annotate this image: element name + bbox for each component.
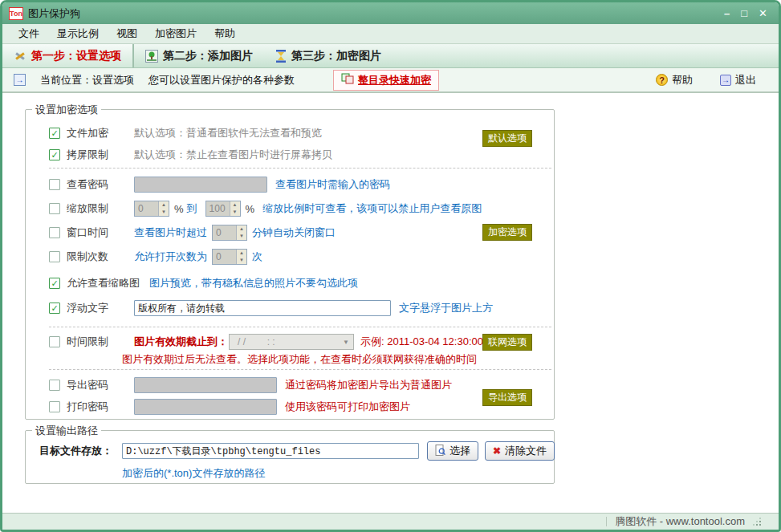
export-password-desc: 通过密码将加密图片导出为普通图片 [285, 378, 452, 392]
target-path-row: 目标文件存放： 选择 ✖ 清除文件 [39, 441, 561, 461]
zoom-from-spinner[interactable]: 0 ▲▼ [134, 201, 169, 217]
menu-display-scale[interactable]: 显示比例 [49, 24, 107, 43]
spin-up-icon[interactable]: ▲ [230, 201, 240, 209]
help-button[interactable]: ? 帮助 [656, 73, 693, 87]
step-1-label: 第一步：设置选项 [31, 49, 121, 63]
spinner-arrows[interactable]: ▲▼ [158, 201, 169, 216]
menu-file[interactable]: 文件 [10, 24, 47, 43]
spin-down-icon[interactable]: ▼ [159, 209, 169, 216]
print-password-desc: 使用该密码可打印加密图片 [285, 400, 410, 414]
time-limit-example: 示例: 2011-03-04 12:30:00 [360, 335, 483, 349]
zoom-limit-label: 缩放限制 [67, 201, 134, 216]
app-window: Ton 图片保护狗 – □ ✕ 文件 显示比例 视图 加密图片 帮助 第一步：设… [0, 0, 781, 532]
arrow-box-icon[interactable]: → [14, 74, 26, 86]
zoom-limit-checkbox[interactable]: ✓ [49, 203, 60, 214]
clear-files-button[interactable]: ✖ 清除文件 [485, 441, 555, 461]
encrypt-options-button[interactable]: 加密选项 [482, 224, 532, 241]
spin-up-icon[interactable]: ▲ [237, 250, 246, 257]
spinner-arrows[interactable]: ▲▼ [236, 250, 246, 264]
browse-button[interactable]: 选择 [427, 441, 478, 461]
status-company-text: 腾图软件 - www.tontool.com [615, 514, 745, 529]
zoom-to-spinner[interactable]: 100 ▲▼ [205, 201, 241, 217]
print-password-checkbox[interactable]: ✓ [49, 401, 60, 412]
print-password-input[interactable] [134, 399, 277, 415]
encrypt-options-group: 设置加密选项 ✓ 文件加密 默认选项：普通看图软件无法查看和预览 ✓ 拷屏限制 … [25, 109, 555, 420]
spin-down-icon[interactable]: ▼ [237, 257, 246, 264]
view-password-input[interactable] [134, 177, 267, 193]
spin-up-icon[interactable]: ▲ [237, 225, 246, 233]
default-options-button[interactable]: 默认选项 [482, 130, 532, 147]
minimize-button[interactable]: – [724, 8, 730, 18]
exit-label: 退出 [735, 73, 756, 87]
menu-bar: 文件 显示比例 视图 加密图片 帮助 [2, 24, 779, 44]
title-bar: Ton 图片保护狗 – □ ✕ [2, 2, 779, 24]
time-limit-checkbox[interactable]: ✓ [49, 336, 60, 347]
open-times-pre: 允许打开次数为 [134, 250, 207, 264]
resize-grip[interactable] [753, 518, 761, 526]
exit-icon: → [720, 75, 731, 86]
quick-encrypt-directory-button[interactable]: 整目录快速加密 [333, 70, 439, 91]
screen-copy-label: 拷屏限制 [67, 148, 134, 162]
encrypt-options-group-title: 设置加密选项 [32, 103, 101, 117]
thumbnail-desc: 图片预览，带有稳私信息的照片不要勾选此项 [149, 276, 358, 290]
export-options-button[interactable]: 导出选项 [482, 389, 532, 406]
window-time-row: ✓ 窗口时间 查看图片时超过 0 ▲▼ 分钟自动关闭窗口 [49, 224, 336, 242]
zoom-limit-row: ✓ 缩放限制 0 ▲▼ % 到 100 ▲▼ % 缩放比例时可查看，该项可以禁止… [49, 200, 482, 217]
window-time-spinner[interactable]: 0 ▲▼ [212, 225, 247, 241]
menu-encrypt-image[interactable]: 加密图片 [147, 24, 205, 43]
help-icon: ? [656, 74, 668, 86]
export-password-checkbox[interactable]: ✓ [49, 380, 60, 391]
separator [49, 327, 551, 327]
screen-copy-checkbox[interactable]: ✓ [49, 149, 60, 160]
close-button[interactable]: ✕ [759, 8, 767, 18]
nav-right-group: ? 帮助 → 退出 [656, 73, 767, 87]
check-icon: ✓ [51, 151, 58, 160]
spinner-arrows[interactable]: ▲▼ [230, 201, 240, 216]
maximize-button[interactable]: □ [741, 8, 747, 18]
check-icon: ✓ [51, 129, 58, 138]
picture-icon [145, 50, 158, 63]
view-password-row: ✓ 查看密码 查看图片时需输入的密码 [49, 176, 390, 193]
target-path-input[interactable] [122, 443, 419, 459]
spin-down-icon[interactable]: ▼ [237, 233, 246, 240]
float-text-input[interactable] [134, 300, 391, 316]
menu-view[interactable]: 视图 [108, 24, 145, 43]
export-password-input[interactable] [134, 377, 277, 393]
spin-down-icon[interactable]: ▼ [230, 209, 240, 216]
spin-up-icon[interactable]: ▲ [159, 201, 169, 209]
view-password-checkbox[interactable]: ✓ [49, 179, 60, 190]
output-path-group: 设置输出路径 目标文件存放： 选择 ✖ 清除文件 加密后的(*.ton)文件存放… [25, 430, 555, 484]
window-time-checkbox[interactable]: ✓ [49, 227, 60, 238]
file-encrypt-row: ✓ 文件加密 默认选项：普通看图软件无法查看和预览 [49, 124, 322, 142]
exit-button[interactable]: → 退出 [720, 73, 756, 87]
window-time-pre: 查看图片时超过 [134, 225, 207, 240]
to-word: 到 [187, 201, 197, 216]
step-3-label: 第三步：加密图片 [291, 49, 381, 63]
status-divider [606, 517, 607, 526]
export-password-row: ✓ 导出密码 通过密码将加密图片导出为普通图片 [49, 376, 452, 394]
network-options-button[interactable]: 联网选项 [482, 334, 532, 351]
output-note-row: 加密后的(*.ton)文件存放的路径 [122, 465, 265, 482]
view-password-label: 查看密码 [67, 177, 134, 192]
spinner-arrows[interactable]: ▲▼ [236, 225, 246, 240]
menu-help[interactable]: 帮助 [206, 24, 243, 43]
thumbnail-checkbox[interactable]: ✓ [49, 278, 60, 289]
open-times-label: 限制次数 [67, 250, 134, 264]
step-2-tab[interactable]: 第二步：添加图片 [134, 44, 264, 67]
file-encrypt-checkbox[interactable]: ✓ [49, 128, 60, 139]
float-text-checkbox[interactable]: ✓ [49, 303, 60, 314]
window-time-post: 分钟自动关闭窗口 [252, 225, 336, 240]
step-3-tab[interactable]: 第三步：加密图片 [264, 44, 393, 67]
hourglass-icon [275, 50, 287, 63]
output-note: 加密后的(*.ton)文件存放的路径 [122, 466, 265, 481]
time-limit-note-row: 图片有效期过后无法查看。选择此项功能，在查看时必须联网获得准确的时间 [122, 351, 477, 368]
open-times-spinner[interactable]: 0 ▲▼ [212, 249, 247, 265]
expire-date-picker[interactable]: / / : : ▼ [229, 334, 354, 350]
open-times-checkbox[interactable]: ✓ [49, 251, 60, 262]
help-label: 帮助 [672, 73, 693, 87]
time-limit-row: ✓ 时间限制 图片有效期截止到： / / : : ▼ 示例: 2011-03-0… [49, 333, 483, 351]
target-path-label: 目标文件存放： [39, 444, 122, 458]
zoom-limit-desc: 缩放比例时可查看，该项可以禁止用户查看原图 [262, 201, 482, 216]
check-icon: ✓ [51, 279, 58, 288]
step-1-tab[interactable]: 第一步：设置选项 [2, 44, 134, 67]
